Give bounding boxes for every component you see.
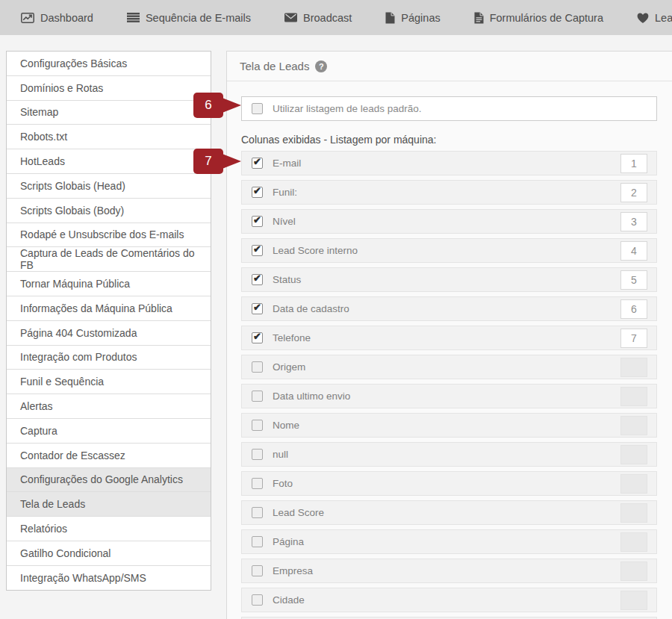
column-order-input[interactable]: 1 xyxy=(620,154,647,173)
column-row: Funil: 2 xyxy=(241,180,657,205)
column-checkbox[interactable] xyxy=(252,536,263,547)
column-checkbox[interactable] xyxy=(252,187,263,198)
sidebar-item[interactable]: Robots.txt xyxy=(7,124,211,149)
sidebar-item[interactable]: Configurações Básicas xyxy=(7,52,211,75)
column-order-input[interactable]: 5 xyxy=(620,270,647,290)
column-order-input[interactable] xyxy=(620,562,647,581)
sidebar-item[interactable]: Relatórios xyxy=(7,516,211,541)
column-order-input[interactable]: 7 xyxy=(620,329,647,348)
sidebar-item[interactable]: Integração com Produtos xyxy=(7,345,211,370)
column-order-input[interactable]: 3 xyxy=(620,212,647,231)
sidebar-item-label: Informações da Máquina Pública xyxy=(20,302,172,314)
column-order-input[interactable]: 4 xyxy=(620,241,647,261)
sidebar-item[interactable]: Tela de Leads xyxy=(7,491,211,516)
nav-item-broadcast[interactable]: Broadcast xyxy=(284,12,352,24)
sidebar-item[interactable]: Domínios e Rotas xyxy=(7,75,211,100)
nav-label: Páginas xyxy=(401,12,440,24)
sidebar-item-label: Integração com Produtos xyxy=(20,351,137,363)
sidebar-item[interactable]: Contador de Escassez xyxy=(7,443,211,467)
page-title: Tela de Leads xyxy=(240,60,309,72)
column-row: Lead Score interno 4 xyxy=(241,238,657,263)
sidebar-item-label: Sitemap xyxy=(20,106,58,118)
nav-label: Dashboard xyxy=(40,12,93,24)
help-icon[interactable]: ? xyxy=(315,60,327,72)
sidebar-item[interactable]: Configurações do Google Analytics xyxy=(7,467,211,492)
sidebar-item[interactable]: Scripts Globais (Head) xyxy=(7,173,211,198)
column-row: E-mail 1 xyxy=(241,151,657,175)
sidebar-item[interactable]: Integração WhatsApp/SMS xyxy=(7,565,211,590)
column-order-input[interactable]: 2 xyxy=(620,183,647,202)
leads-screen-panel: Tela de Leads ? Utilizar listagem de lea… xyxy=(226,51,672,619)
column-order-input[interactable] xyxy=(620,358,647,377)
sidebar-item[interactable]: Alertas xyxy=(7,394,211,418)
column-label: Nome xyxy=(273,420,611,431)
column-order-input[interactable]: 6 xyxy=(620,299,647,319)
sidebar-item-label: Domínios e Rotas xyxy=(20,82,103,94)
sidebar-item[interactable]: Página 404 Customizada xyxy=(7,320,211,345)
column-checkbox[interactable] xyxy=(252,361,263,373)
column-checkbox[interactable] xyxy=(252,274,263,285)
column-checkbox[interactable] xyxy=(252,478,263,489)
settings-sidebar: Configurações Básicas Domínios e Rotas S… xyxy=(6,51,211,591)
column-checkbox[interactable] xyxy=(252,420,263,431)
page-icon xyxy=(385,12,395,24)
nav-label: Leads xyxy=(655,12,672,24)
column-checkbox[interactable] xyxy=(252,303,263,314)
column-label: Data de cadastro xyxy=(273,303,611,314)
sidebar-item[interactable]: HotLeads xyxy=(7,149,211,173)
nav-item-pages[interactable]: Páginas xyxy=(385,12,440,24)
heart-icon xyxy=(637,13,649,23)
column-row: null xyxy=(241,442,657,467)
sidebar-item[interactable]: Captura de Leads de Comentários do FB xyxy=(7,246,211,271)
column-order-input[interactable] xyxy=(620,532,647,552)
nav-item-leads[interactable]: Leads xyxy=(637,12,672,24)
sidebar-item-label: Tornar Máquina Pública xyxy=(20,278,130,290)
columns-section-label: Colunas exibidas - Listagem por máquina: xyxy=(241,134,672,146)
column-checkbox[interactable] xyxy=(252,332,263,343)
sidebar-item-label: Gatilho Condicional xyxy=(20,547,111,559)
column-checkbox[interactable] xyxy=(252,216,263,227)
sidebar-item-label: Scripts Globais (Body) xyxy=(20,205,124,217)
column-label: Data ultimo envio xyxy=(273,391,611,402)
column-checkbox[interactable] xyxy=(252,391,263,402)
column-checkbox[interactable] xyxy=(252,158,263,169)
column-order-input[interactable] xyxy=(620,387,647,406)
nav-label: Formulários de Captura xyxy=(490,12,603,24)
sidebar-item-label: Contador de Escassez xyxy=(20,450,125,461)
default-listing-box: Utilizar listagem de leads padrão. xyxy=(241,96,657,121)
column-order-input[interactable] xyxy=(620,591,647,610)
column-order-input[interactable] xyxy=(620,445,647,464)
nav-item-capture-forms[interactable]: Formulários de Captura xyxy=(474,12,603,24)
column-label: null xyxy=(273,449,611,460)
column-checkbox[interactable] xyxy=(252,507,263,518)
sidebar-item[interactable]: Funil e Sequência xyxy=(7,369,211,394)
sidebar-item[interactable]: Sitemap xyxy=(7,100,211,125)
sidebar-item-label: HotLeads xyxy=(20,155,65,167)
column-order-input[interactable] xyxy=(620,503,647,523)
sidebar-item-label: Captura de Leads de Comentários do FB xyxy=(20,247,211,271)
column-row: Data ultimo envio xyxy=(241,384,657,408)
sidebar-item-label: Robots.txt xyxy=(20,131,67,143)
column-label: Status xyxy=(273,274,611,285)
column-label: Empresa xyxy=(273,565,611,576)
column-order-input[interactable] xyxy=(620,474,647,494)
column-checkbox[interactable] xyxy=(252,449,263,460)
nav-item-email-sequence[interactable]: Sequência de E-mails xyxy=(127,12,251,24)
sidebar-item[interactable]: Captura xyxy=(7,418,211,443)
column-order-input[interactable] xyxy=(620,416,647,435)
sidebar-item[interactable]: Informações da Máquina Pública xyxy=(7,296,211,320)
sidebar-item[interactable]: Rodapé e Unsubscribe dos E-mails xyxy=(7,223,211,247)
column-checkbox[interactable] xyxy=(252,594,263,606)
column-row: Cidade xyxy=(241,588,657,612)
sidebar-item[interactable]: Tornar Máquina Pública xyxy=(7,271,211,296)
column-row: Lead Score xyxy=(241,500,657,525)
sidebar-item[interactable]: Gatilho Condicional xyxy=(7,541,211,565)
nav-item-dashboard[interactable]: Dashboard xyxy=(21,12,93,24)
default-listing-checkbox[interactable] xyxy=(252,103,263,114)
sidebar-item[interactable]: Scripts Globais (Body) xyxy=(7,198,211,223)
sidebar-item-label: Página 404 Customizada xyxy=(20,327,137,339)
column-checkbox[interactable] xyxy=(252,565,263,576)
column-checkbox[interactable] xyxy=(252,245,263,256)
callout-badge-6: 6 xyxy=(193,93,223,118)
column-row: Origem xyxy=(241,355,657,379)
